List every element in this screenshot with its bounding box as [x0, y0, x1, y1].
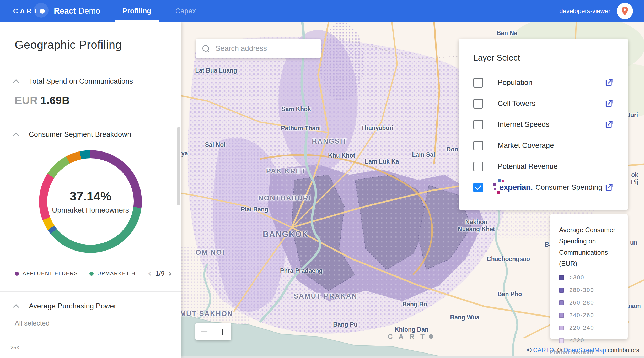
map-legend-panel: Average ConsumerSpending onCommunication…	[550, 214, 628, 339]
layer-checkbox[interactable]	[473, 183, 483, 192]
app-root: CART React Demo Profiling Capex develope…	[0, 0, 644, 358]
map-legend-item: <220	[559, 337, 619, 344]
pager-next-icon[interactable]: ›	[168, 270, 172, 277]
external-link-icon[interactable]	[604, 120, 614, 129]
donut-center-value: 37.14%	[69, 189, 111, 203]
legend-item[interactable]: UPMARKET H	[89, 270, 136, 276]
histogram-axis-line	[10, 355, 168, 355]
carto-logo-dot	[40, 9, 45, 14]
histogram-axis-label: 25K	[10, 345, 20, 351]
legend-range-label: <220	[569, 337, 584, 344]
section-total-spend-header[interactable]: Total Spend on Communications	[0, 67, 181, 85]
watermark-text: C A R T	[388, 332, 427, 340]
carto-logo-text: CART	[13, 7, 39, 15]
page-title: Geographic Profiling	[15, 38, 166, 51]
legend-swatch	[559, 326, 564, 330]
map-legend-items: >300 280-300 260-280	[559, 274, 619, 344]
legend-swatch	[559, 288, 564, 293]
layer-row: Population	[473, 77, 614, 88]
layer-checkbox[interactable]	[473, 141, 483, 150]
section-title: Average Purchasing Power	[29, 302, 116, 310]
pager-text: 1/9	[155, 270, 164, 277]
brand: CART React Demo	[0, 0, 110, 22]
sidebar-scrollbar[interactable]	[177, 127, 180, 205]
search-input[interactable]	[216, 44, 314, 53]
sidebar: Geographic Profiling Total Spend on Comm…	[0, 22, 181, 358]
donut-center: 37.14% Upmarket Homeowners	[47, 158, 134, 245]
layer-label: Population	[498, 78, 532, 87]
pager-prev-icon[interactable]: ‹	[148, 270, 152, 277]
app-title: React Demo	[54, 6, 100, 16]
osm-attribution-link[interactable]: OpenStreetMap	[564, 347, 606, 354]
legend-range-label: 260-280	[569, 299, 594, 306]
donut-center-label: Upmarket Homeowners	[52, 206, 129, 214]
experian-logo: experian.	[493, 180, 521, 195]
app-title-bold: React	[54, 6, 76, 16]
layer-label: Cell Towers	[498, 99, 535, 108]
legend-swatch	[559, 275, 564, 280]
legend-range-label: 280-300	[569, 287, 594, 294]
external-link-icon[interactable]	[604, 183, 614, 192]
layer-row: experian. Consumer Spending	[473, 182, 614, 193]
search-icon	[202, 45, 209, 52]
user-avatar[interactable]	[617, 3, 633, 19]
carto-logo: CART	[13, 7, 45, 15]
layer-checkbox[interactable]	[473, 120, 483, 129]
nav-tabs: Profiling Capex	[110, 0, 208, 22]
currency-label: EUR	[15, 94, 38, 106]
watermark-dot	[429, 334, 433, 339]
legend-label: AFFLUENT ELDERS	[23, 270, 78, 276]
layer-row: Market Coverage	[473, 140, 614, 151]
app-header: CART React Demo Profiling Capex develope…	[0, 0, 644, 22]
legend-dot	[15, 272, 19, 276]
map-pin-icon	[620, 6, 630, 16]
legend-range-label: 240-260	[569, 312, 594, 319]
zoom-control: − +	[195, 323, 231, 340]
legend-dot	[89, 272, 94, 276]
legend-label: UPMARKET H	[97, 270, 136, 276]
carto-attribution-link[interactable]: CARTO	[533, 347, 554, 354]
address-search	[196, 39, 321, 58]
username: developers-viewer	[559, 7, 610, 15]
layer-row: Cell Towers	[473, 98, 614, 109]
external-link-icon[interactable]	[604, 99, 614, 108]
chevron-up-icon	[13, 79, 19, 85]
map-legend-item: 220-240	[559, 324, 619, 331]
section-segment-breakdown-header[interactable]: Consumer Segment Breakdown	[0, 120, 181, 139]
legend-item[interactable]: AFFLUENT ELDERS	[15, 270, 78, 276]
kpi-value: 1.69B	[40, 94, 70, 106]
layer-label: Potential Revenue	[498, 162, 558, 171]
external-link-icon[interactable]	[604, 78, 614, 87]
map-legend-item: 240-260	[559, 312, 619, 319]
legend-swatch	[559, 300, 564, 305]
layer-row: Potential Revenue	[473, 161, 614, 172]
layer-label: Market Coverage	[498, 141, 554, 150]
header-right: developers-viewer	[559, 0, 644, 22]
map-canvas[interactable]: Ban Na Lat Bua Luang Sam Khok Pathum Tha…	[181, 22, 644, 358]
map-legend-item: 260-280	[559, 299, 619, 306]
nav-tab-label: Capex	[175, 7, 196, 15]
zoom-out-button[interactable]: −	[195, 323, 213, 340]
layer-label: Internet Speeds	[498, 120, 550, 129]
map-legend-item: 280-300	[559, 287, 619, 294]
nav-tab-label: Profiling	[122, 7, 151, 15]
legend-range-label: 220-240	[569, 324, 594, 331]
layer-checkbox[interactable]	[473, 78, 483, 88]
section-purchasing-power-header[interactable]: Average Purchasing Power	[0, 292, 181, 310]
horizontal-scrollbar[interactable]	[181, 356, 644, 358]
nav-tab[interactable]: Capex	[163, 0, 208, 22]
map-legend-title: Average ConsumerSpending onCommunication…	[559, 224, 619, 269]
purchasing-power-status: All selected	[15, 319, 181, 327]
nav-tab[interactable]: Profiling	[110, 0, 163, 22]
donut-chart[interactable]: 37.14% Upmarket Homeowners	[39, 150, 142, 253]
layer-list: Population	[473, 77, 614, 193]
legend-items: AFFLUENT ELDERS UPMARKET H	[15, 270, 147, 276]
legend-swatch	[559, 313, 564, 318]
zoom-in-button[interactable]: +	[213, 323, 231, 340]
layer-row: Internet Speeds	[473, 119, 614, 130]
legend-swatch	[559, 338, 564, 343]
layer-checkbox[interactable]	[473, 99, 483, 109]
section-title: Consumer Segment Breakdown	[29, 131, 131, 139]
layer-select-title: Layer Select	[473, 53, 614, 63]
layer-checkbox[interactable]	[473, 162, 483, 171]
